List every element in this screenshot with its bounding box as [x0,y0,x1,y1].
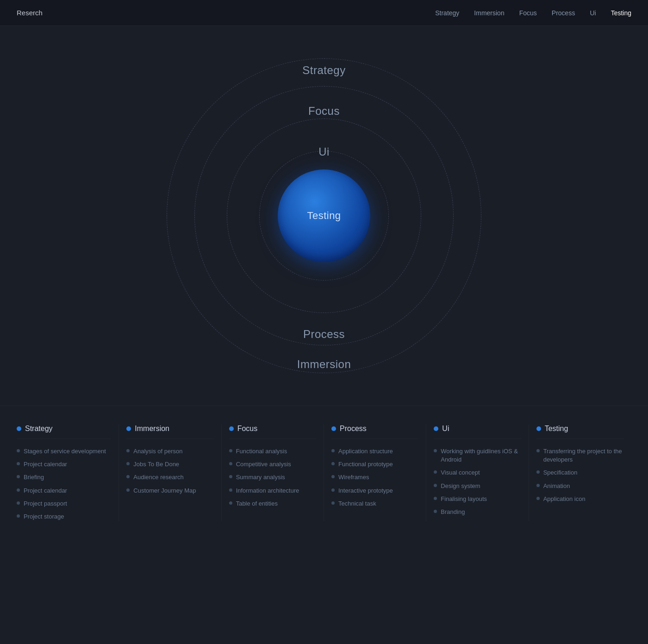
column-title-ui: Ui [442,425,449,433]
column-header-focus: Focus [229,425,316,439]
list-item: Project passport [17,500,111,508]
list-item-dot [331,462,335,465]
column-title-process: Process [340,425,367,433]
column-dot-immersion [126,426,131,431]
center-sphere-label: Testing [307,210,341,222]
list-item-text: Competitive analysis [236,460,291,469]
list-item: Transferring the project to the develope… [536,447,624,464]
topbar: Reserch Strategy Immersion Focus Process… [0,0,648,26]
column-items-focus: Functional analysisCompetitive analysisS… [229,447,316,508]
list-item-text: Finalising layouts [441,495,487,503]
column-header-testing: Testing [536,425,624,439]
list-item: Analysis of person [126,447,213,456]
list-item-text: Animation [543,482,570,490]
column-title-testing: Testing [545,425,568,433]
nav-immersion[interactable]: Immersion [474,9,504,17]
circles-container: Strategy Focus Ui Process Immersion Test… [162,54,486,378]
column-items-process: Application structureFunctional prototyp… [331,447,418,508]
list-item-text: Customer Journey Map [133,487,196,495]
list-item-dot [434,470,437,474]
list-item: Specification [536,469,624,477]
columns-grid: StrategyStages of service developmentPro… [17,425,631,521]
list-item-text: Briefing [24,473,44,481]
list-item-dot [536,470,540,474]
diagram-section: Strategy Focus Ui Process Immersion Test… [0,26,648,406]
list-item-text: Interactive prototype [338,487,393,495]
list-item-dot [434,449,437,452]
list-item-text: Analysis of person [133,447,182,456]
list-item: Audience research [126,473,213,481]
column-header-immersion: Immersion [126,425,213,439]
list-item: Project calendar [17,460,111,469]
list-item-dot [126,462,130,465]
list-item: Application structure [331,447,418,456]
list-item-dot [229,488,232,492]
list-item: Customer Journey Map [126,487,213,495]
column-header-process: Process [331,425,418,439]
list-item-dot [536,497,540,500]
column-dot-focus [229,426,234,431]
column-dot-strategy [17,426,21,431]
list-item: Finalising layouts [434,495,521,503]
list-item: Briefing [17,473,111,481]
list-item: Project storage [17,513,111,521]
list-item: Information architecture [229,487,316,495]
list-item-dot [331,488,335,492]
column-items-testing: Transferring the project to the develope… [536,447,624,503]
list-item-text: Functional analysis [236,447,287,456]
list-item-text: Audience research [133,473,183,481]
list-item-text: Branding [441,508,465,516]
list-item-text: Transferring the project to the develope… [543,447,624,464]
list-item-text: Jobs To Be Done [133,460,179,469]
logo: Reserch [17,9,43,17]
list-item-text: Project passport [24,500,67,508]
list-item-text: Stages of service development [24,447,106,456]
list-item-dot [126,488,130,492]
list-item-text: Working with guidlines iOS & Android [441,447,521,464]
list-item-dot [229,501,232,505]
center-sphere: Testing [278,169,370,262]
list-item-text: Project calendar [24,460,67,469]
list-item: Working with guidlines iOS & Android [434,447,521,464]
list-item-text: Technical task [338,500,376,508]
list-item: Functional prototype [331,460,418,469]
column-process: ProcessApplication structureFunctional p… [324,425,426,521]
list-item: Table of entities [229,500,316,508]
column-focus: FocusFunctional analysisCompetitive anal… [222,425,324,521]
list-item: Application icon [536,495,624,503]
column-immersion: ImmersionAnalysis of personJobs To Be Do… [119,425,221,521]
list-item: Project calendar [17,487,111,495]
list-item-text: Information architecture [236,487,299,495]
list-item: Stages of service development [17,447,111,456]
list-item-dot [229,462,232,465]
nav-testing[interactable]: Testing [611,9,631,17]
column-testing: TestingTransferring the project to the d… [529,425,631,521]
column-header-strategy: Strategy [17,425,111,439]
list-item-dot [17,462,20,465]
list-item-dot [17,501,20,505]
list-item: Design system [434,482,521,490]
list-item-dot [434,484,437,487]
nav-process[interactable]: Process [552,9,575,17]
list-item-dot [126,475,130,478]
list-item-text: Functional prototype [338,460,393,469]
list-item-dot [126,449,130,452]
column-items-immersion: Analysis of personJobs To Be DoneAudienc… [126,447,213,495]
list-item-text: Project calendar [24,487,67,495]
list-item-dot [17,514,20,518]
nav-strategy[interactable]: Strategy [435,9,459,17]
column-header-ui: Ui [434,425,521,439]
column-title-strategy: Strategy [25,425,53,433]
list-item: Summary analysis [229,473,316,481]
nav-focus[interactable]: Focus [519,9,537,17]
list-item-text: Project storage [24,513,64,521]
list-item-dot [331,501,335,505]
column-strategy: StrategyStages of service developmentPro… [17,425,119,521]
list-item-text: Summary analysis [236,473,285,481]
list-item: Interactive prototype [331,487,418,495]
nav-ui[interactable]: Ui [590,9,596,17]
list-item-dot [434,510,437,513]
column-ui: UiWorking with guidlines iOS & AndroidVi… [426,425,529,521]
list-item-dot [17,475,20,478]
list-item-dot [229,449,232,452]
